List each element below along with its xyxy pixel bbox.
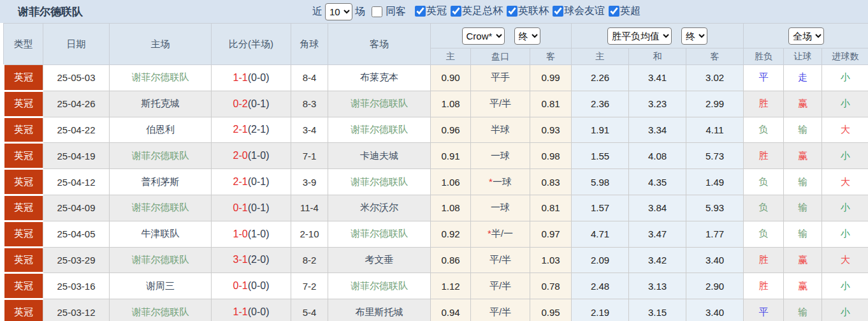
- handicap-value: 半/一: [491, 228, 513, 239]
- odds-group-header: Crow* 终: [431, 24, 572, 49]
- handicap-cell: *半/一: [471, 221, 530, 247]
- handicap-value: 一球: [493, 176, 512, 187]
- result-goals: 小: [822, 143, 868, 169]
- fulltime-score: 2-1: [233, 124, 248, 135]
- handicap-cell: *一球: [471, 169, 530, 195]
- league-filter-1[interactable]: 英足总杯: [447, 4, 503, 18]
- odds-away-value: 0.97: [530, 221, 572, 247]
- recent-count-select[interactable]: 10: [325, 3, 352, 20]
- league-filter-3[interactable]: 球会友谊: [549, 4, 605, 18]
- league-filter-4[interactable]: 英超: [605, 4, 640, 18]
- away-team-link[interactable]: 考文垂: [328, 247, 431, 273]
- filter-controls: 近 10 场 同客 英冠英足总杯英联杯球会友谊英超: [310, 0, 643, 23]
- odds-away-value: 0.78: [530, 273, 572, 299]
- odds-away-value: 1.03: [530, 247, 572, 273]
- home-team-link[interactable]: 谢周三: [110, 273, 212, 299]
- away-team-link[interactable]: 米尔沃尔: [328, 195, 431, 221]
- matches-label: 场: [355, 5, 365, 19]
- same-venue-checkbox[interactable]: [372, 6, 382, 17]
- home-team-link[interactable]: 谢菲尔德联队: [110, 143, 212, 169]
- col-header-score: 比分(半场): [212, 24, 291, 65]
- avg-lose-odds: 1.49: [686, 169, 744, 195]
- league-type-badge: 英冠: [4, 91, 43, 117]
- odds-away-value: 0.81: [530, 91, 572, 117]
- odds-away-value: 0.93: [530, 117, 572, 143]
- col-header-date: 日期: [43, 24, 110, 65]
- handicap-value: 平手: [491, 71, 510, 82]
- odds-home-value: 0.86: [431, 247, 471, 273]
- away-team-link[interactable]: 谢菲尔德联队: [328, 91, 431, 117]
- fulltime-score: 1-0: [233, 228, 248, 239]
- home-team-link[interactable]: 谢菲尔德联队: [110, 247, 212, 273]
- home-team-link[interactable]: 斯托克城: [110, 91, 212, 117]
- corner-score: 7-1: [291, 143, 328, 169]
- table-row: 英冠 25-05-03 谢菲尔德联队 1-1(0-0) 8-4 布莱克本 0.9…: [4, 65, 868, 91]
- score-cell: 3-1(2-0): [212, 247, 291, 273]
- result-goals: 小: [822, 299, 868, 321]
- recent-label: 近: [312, 5, 322, 19]
- handicap-cell: 平/半: [471, 247, 530, 273]
- avg-draw-odds: 3.23: [629, 91, 686, 117]
- subcol-avg-draw: 和: [629, 49, 686, 65]
- away-team-link[interactable]: 布里斯托城: [328, 299, 431, 321]
- result-handicap: 赢: [784, 91, 822, 117]
- avg-draw-odds: 3.42: [629, 247, 686, 273]
- league-checkbox[interactable]: [553, 6, 563, 17]
- away-team-link[interactable]: 卡迪夫城: [328, 143, 431, 169]
- home-team-link[interactable]: 普利茅斯: [110, 169, 212, 195]
- away-team-link[interactable]: 谢菲尔德联队: [328, 273, 431, 299]
- table-row: 英冠 25-03-12 谢菲尔德联队 1-1(0-0) 5-4 布里斯托城 0.…: [4, 299, 868, 321]
- match-date: 25-03-16: [43, 273, 110, 299]
- avg-state-select[interactable]: 终: [681, 27, 707, 45]
- home-team-link[interactable]: 谢菲尔德联队: [110, 195, 212, 221]
- away-team-link[interactable]: 谢菲尔德联队: [328, 221, 431, 247]
- score-cell: 0-2(0-1): [212, 91, 291, 117]
- corner-score: 8-4: [291, 65, 328, 91]
- away-team-link[interactable]: 谢菲尔德联队: [328, 117, 431, 143]
- home-team-link[interactable]: 伯恩利: [110, 117, 212, 143]
- avg-lose-odds: 3.40: [686, 247, 744, 273]
- match-date: 25-04-12: [43, 169, 110, 195]
- away-team-link[interactable]: 谢菲尔德联队: [328, 169, 431, 195]
- odds-away-value: 0.99: [530, 65, 572, 91]
- corner-score: 8-3: [291, 91, 328, 117]
- result-wdl: 平: [744, 299, 784, 321]
- subcol-wdl: 胜负: [744, 49, 784, 65]
- league-checkbox[interactable]: [609, 6, 619, 17]
- league-type-badge: 英冠: [4, 117, 43, 143]
- avg-draw-odds: 3.84: [629, 195, 686, 221]
- score-cell: 2-1(2-1): [212, 117, 291, 143]
- league-type-badge: 英冠: [4, 273, 43, 299]
- league-filter-2[interactable]: 英联杯: [503, 4, 549, 18]
- result-handicap: 赢: [784, 247, 822, 273]
- handicap-value: 半球: [491, 124, 510, 135]
- scope-select[interactable]: 全场: [788, 27, 824, 45]
- away-team-link[interactable]: 布莱克本: [328, 65, 431, 91]
- home-team-link[interactable]: 谢菲尔德联队: [110, 299, 212, 321]
- result-handicap: 输: [784, 195, 822, 221]
- odds-company-select[interactable]: Crow*: [462, 27, 505, 45]
- handicap-cell: 一球: [471, 195, 530, 221]
- odds-state-select[interactable]: 终: [514, 27, 540, 45]
- header-row-groups: 类型 日期 主场 比分(半场) 角球 客场 Crow* 终 胜平负均值 终 全场: [4, 24, 868, 49]
- table-row: 英冠 25-04-19 谢菲尔德联队 2-0(1-0) 7-1 卡迪夫城 0.9…: [4, 143, 868, 169]
- league-label: 球会友谊: [564, 4, 605, 18]
- league-checkbox[interactable]: [451, 6, 461, 17]
- league-filter-0[interactable]: 英冠: [411, 4, 447, 18]
- home-team-link[interactable]: 谢菲尔德联队: [110, 65, 212, 91]
- league-checkbox[interactable]: [507, 6, 517, 17]
- home-team-link[interactable]: 牛津联队: [110, 221, 212, 247]
- fulltime-score: 1-1: [233, 72, 248, 83]
- match-date: 25-04-09: [43, 195, 110, 221]
- fulltime-score: 0-1: [233, 202, 248, 213]
- handicap-value: 一球: [491, 150, 510, 161]
- league-checkbox[interactable]: [415, 6, 426, 17]
- avg-type-select[interactable]: 胜平负均值: [607, 27, 672, 45]
- halftime-score: (0-0): [248, 72, 270, 83]
- corner-score: 3-9: [291, 169, 328, 195]
- corner-score: 2-10: [291, 221, 328, 247]
- result-goals: 大: [822, 117, 868, 143]
- avg-draw-odds: 3.41: [629, 65, 686, 91]
- league-type-badge: 英冠: [4, 221, 43, 247]
- match-date: 25-04-26: [43, 91, 110, 117]
